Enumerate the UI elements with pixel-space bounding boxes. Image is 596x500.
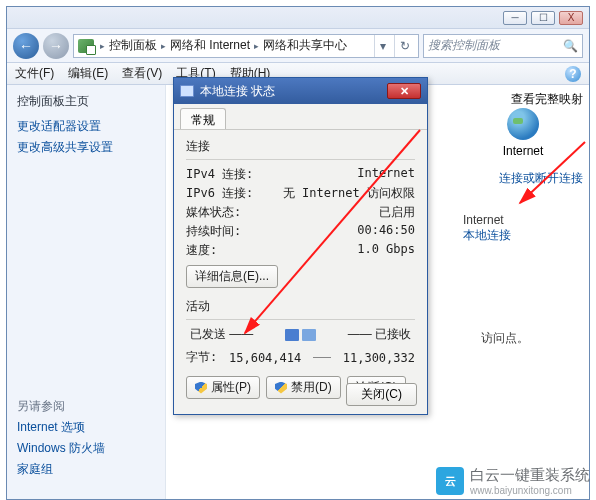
sidebar-home[interactable]: 控制面板主页 [17, 93, 155, 110]
activity-icon [285, 329, 316, 341]
menu-file[interactable]: 文件(F) [15, 65, 54, 82]
network-side: 查看完整映射 Internet 连接或断开连接 Internet 本地连接 [463, 91, 583, 244]
ipv6-value: 无 Internet 访问权限 [283, 185, 415, 202]
connection-status-dialog: 本地连接 状态 ✕ 常规 连接 IPv4 连接:Internet IPv6 连接… [173, 77, 428, 415]
details-button[interactable]: 详细信息(E)... [186, 265, 278, 288]
sent-label: 已发送 —— [190, 326, 253, 343]
tab-general[interactable]: 常规 [180, 108, 226, 129]
control-panel-icon [78, 39, 94, 53]
received-label: —— 已接收 [348, 326, 411, 343]
search-icon: 🔍 [563, 39, 578, 53]
ipv4-value: Internet [357, 166, 415, 183]
dialog-titlebar[interactable]: 本地连接 状态 ✕ [174, 78, 427, 104]
close-button[interactable]: X [559, 11, 583, 25]
properties-button[interactable]: 属性(P) [186, 376, 260, 399]
breadcrumb-item[interactable]: 网络和 Internet [170, 37, 250, 54]
bytes-label: 字节: [186, 349, 217, 366]
connect-disconnect-link[interactable]: 连接或断开连接 [463, 170, 583, 187]
sidebar-adapter-link[interactable]: 更改适配器设置 [17, 118, 155, 135]
breadcrumb-sep-icon: ▸ [159, 41, 168, 51]
internet-globe-icon [507, 108, 539, 140]
sidebar: 控制面板主页 更改适配器设置 更改高级共享设置 另请参阅 Internet 选项… [7, 85, 165, 499]
bytes-sent-value: 15,604,414 [229, 351, 301, 365]
minimize-button[interactable]: ─ [503, 11, 527, 25]
dialog-body: 连接 IPv4 连接:Internet IPv6 连接:无 Internet 访… [174, 130, 427, 405]
titlebar: ─ ☐ X [7, 7, 589, 29]
menu-edit[interactable]: 编辑(E) [68, 65, 108, 82]
sidebar-sharing-link[interactable]: 更改高级共享设置 [17, 139, 155, 156]
watermark-text: 白云一键重装系统 [470, 466, 590, 485]
sidebar-firewall-link[interactable]: Windows 防火墙 [17, 440, 155, 457]
watermark-url: www.baiyunxitong.com [470, 485, 590, 496]
dialog-close-btn[interactable]: 关闭(C) [346, 383, 417, 406]
local-connection-link[interactable]: 本地连接 [463, 228, 511, 242]
activity-group-label: 活动 [186, 298, 415, 315]
maximize-button[interactable]: ☐ [531, 11, 555, 25]
duration-value: 00:46:50 [357, 223, 415, 240]
activity-row: 已发送 —— —— 已接收 [190, 326, 411, 343]
dialog-close-button[interactable]: ✕ [387, 83, 421, 99]
menu-view[interactable]: 查看(V) [122, 65, 162, 82]
navbar: ← → ▸ 控制面板 ▸ 网络和 Internet ▸ 网络和共享中心 ▾ ↻ … [7, 29, 589, 63]
watermark: 云 白云一键重装系统 www.baiyunxitong.com [436, 466, 590, 496]
view-full-map-link[interactable]: 查看完整映射 [463, 91, 583, 108]
access-type-label: Internet [463, 213, 583, 227]
duration-label: 持续时间: [186, 223, 241, 240]
visit-points-text: 访问点。 [481, 330, 529, 347]
connection-group-label: 连接 [186, 138, 415, 155]
forward-button[interactable]: → [43, 33, 69, 59]
refresh-icon[interactable]: ↻ [394, 35, 414, 57]
ipv6-label: IPv6 连接: [186, 185, 253, 202]
see-also-label: 另请参阅 [17, 398, 155, 415]
dialog-title-text: 本地连接 状态 [200, 83, 275, 100]
bytes-received-value: 11,300,332 [343, 351, 415, 365]
back-button[interactable]: ← [13, 33, 39, 59]
breadcrumb-sep-icon: ▸ [252, 41, 261, 51]
connection-icon [180, 85, 194, 97]
sidebar-internet-options-link[interactable]: Internet 选项 [17, 419, 155, 436]
watermark-logo-icon: 云 [436, 467, 464, 495]
media-value: 已启用 [379, 204, 415, 221]
speed-value: 1.0 Gbps [357, 242, 415, 259]
tab-strip: 常规 [174, 104, 427, 130]
media-label: 媒体状态: [186, 204, 241, 221]
breadcrumb-item[interactable]: 网络和共享中心 [263, 37, 347, 54]
address-bar[interactable]: ▸ 控制面板 ▸ 网络和 Internet ▸ 网络和共享中心 ▾ ↻ [73, 34, 419, 58]
search-input[interactable]: 搜索控制面板 🔍 [423, 34, 583, 58]
speed-label: 速度: [186, 242, 217, 259]
disable-button[interactable]: 禁用(D) [266, 376, 341, 399]
breadcrumb-sep-icon: ▸ [98, 41, 107, 51]
breadcrumb[interactable]: ▸ 控制面板 ▸ 网络和 Internet ▸ 网络和共享中心 [98, 37, 347, 54]
internet-label: Internet [463, 144, 583, 158]
shield-icon [275, 382, 287, 394]
ipv4-label: IPv4 连接: [186, 166, 253, 183]
address-dropdown-icon[interactable]: ▾ [374, 35, 390, 57]
help-icon[interactable]: ? [565, 66, 581, 82]
search-placeholder: 搜索控制面板 [428, 37, 500, 54]
breadcrumb-item[interactable]: 控制面板 [109, 37, 157, 54]
sidebar-homegroup-link[interactable]: 家庭组 [17, 461, 155, 478]
shield-icon [195, 382, 207, 394]
